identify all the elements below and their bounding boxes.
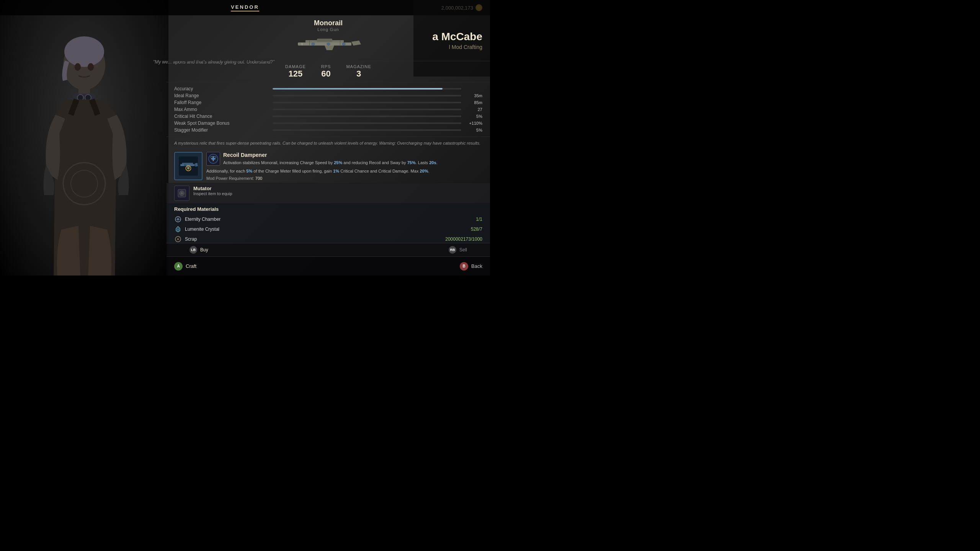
magazine-label: Magazine	[346, 64, 371, 69]
mod-highlight-6: 20%	[420, 169, 428, 173]
stat-ideal-range: Ideal Range 35m	[174, 92, 482, 99]
panel-scroll[interactable]: Monorail Long Gun	[167, 15, 490, 243]
max-ammo-bar	[273, 109, 461, 110]
ideal-range-bar	[273, 95, 461, 96]
accuracy-bar-fill	[273, 88, 443, 90]
falloff-range-value: 85m	[465, 100, 482, 105]
weak-spot-label: Weak Spot Damage Bonus	[174, 121, 269, 126]
svg-rect-18	[340, 41, 340, 46]
materials-title: Required Materials	[174, 206, 482, 212]
svg-rect-16	[302, 43, 302, 45]
buy-button-icon: LB	[189, 246, 197, 254]
svg-point-2	[75, 63, 81, 71]
weapon-thumb-image	[179, 155, 198, 176]
power-req-value: 700	[255, 176, 262, 181]
crit-chance-value: 5%	[465, 114, 482, 119]
svg-point-26	[187, 167, 190, 170]
stat-falloff-range: Falloff Range 85m	[174, 99, 482, 106]
weak-spot-bar	[273, 122, 461, 124]
buy-option[interactable]: LB Buy	[189, 246, 208, 254]
vendor-tab[interactable]: VENDOR	[231, 4, 259, 11]
max-ammo-label: Max Ammo	[174, 107, 269, 112]
item-type: Long Gun	[174, 27, 482, 32]
stat-crit-chance: Critical Hit Chance 5%	[174, 113, 482, 120]
main-stats: Damage 125 RPS 60 Magazine 3	[167, 61, 490, 82]
max-ammo-value: 27	[465, 107, 482, 112]
mod-icon	[206, 152, 220, 166]
lumenite-icon	[174, 225, 182, 233]
svg-point-28	[212, 157, 215, 160]
svg-point-33	[177, 218, 179, 220]
svg-point-3	[88, 63, 94, 71]
material-scrap: Scrap 2000002173/1000	[174, 234, 482, 243]
mod-entry: Recoil Dampener Activation stabilizes Mo…	[167, 150, 490, 183]
craft-a-button: A	[174, 262, 183, 271]
stagger-bar	[273, 129, 461, 131]
stagger-value: 5%	[465, 128, 482, 132]
weapon-thumb	[174, 152, 203, 180]
mod-highlight-3: 20s	[429, 160, 436, 165]
eternity-chamber-name: Eternity Chamber	[185, 217, 473, 222]
magazine-value: 3	[346, 69, 371, 79]
sell-label: Sell	[459, 247, 467, 253]
back-action[interactable]: B Back	[460, 262, 482, 271]
stat-weak-spot: Weak Spot Damage Bonus +110%	[174, 120, 482, 127]
svg-point-1	[64, 36, 104, 67]
material-eternity-chamber: Eternity Chamber 1/1	[174, 214, 482, 224]
mutator-section: Mutator Inspect item to equip	[167, 183, 490, 203]
weapon-thumb-inner	[179, 156, 198, 176]
mod-description-1: Activation stabilizes Monorail, increasi…	[223, 160, 438, 166]
damage-stat: Damage 125	[285, 64, 306, 79]
detail-stats: Accuracy Ideal Range 35m Falloff Range 8…	[167, 82, 490, 137]
character-silhouette	[17, 19, 151, 276]
scrap-name: Scrap	[185, 236, 442, 242]
back-b-button: B	[460, 262, 468, 271]
lumenite-icon-svg	[175, 226, 181, 233]
rps-value: 60	[321, 69, 331, 79]
mod-power-req: Mod Power Requirement: 700	[206, 176, 482, 181]
eternity-chamber-icon-svg	[175, 216, 181, 223]
svg-rect-15	[317, 39, 332, 42]
item-header: Monorail Long Gun	[167, 15, 490, 61]
ideal-range-value: 35m	[465, 93, 482, 98]
scrap-count: 2000002173/1000	[445, 236, 482, 242]
materials-section: Required Materials Eternity Chamber 1/1	[167, 203, 490, 243]
scrap-icon-svg	[175, 236, 181, 243]
magazine-stat: Magazine 3	[346, 64, 371, 79]
damage-value: 125	[285, 69, 306, 79]
svg-point-31	[181, 192, 183, 194]
buy-label: Buy	[200, 247, 208, 253]
svg-point-24	[184, 164, 186, 166]
ideal-range-label: Ideal Range	[174, 93, 269, 98]
sell-option[interactable]: RB Sell	[449, 246, 467, 254]
eternity-chamber-count: 1/1	[476, 217, 482, 222]
stat-max-ammo: Max Ammo 27	[174, 106, 482, 113]
rps-label: RPS	[321, 64, 331, 69]
svg-point-20	[327, 42, 330, 46]
accuracy-bar	[273, 88, 461, 90]
damage-label: Damage	[285, 64, 306, 69]
mod-details: Recoil Dampener Activation stabilizes Mo…	[206, 152, 482, 181]
material-lumenite: Lumenite Crystal 528/7	[174, 224, 482, 234]
craft-action[interactable]: A Craft	[174, 262, 196, 271]
svg-rect-23	[182, 163, 193, 165]
crit-chance-label: Critical Hit Chance	[174, 114, 269, 119]
mutator-icon	[174, 186, 189, 201]
svg-rect-17	[309, 41, 310, 46]
mod-highlight-2: 75%	[407, 160, 416, 165]
buy-sell-bar: LB Buy RB Sell	[167, 243, 490, 256]
svg-marker-35	[177, 228, 179, 231]
crit-chance-bar	[273, 116, 461, 117]
mutator-description: Inspect item to equip	[193, 191, 482, 196]
scrap-icon	[174, 235, 182, 243]
mod-description-2: Additionally, for each 5% of the Charge …	[206, 168, 482, 174]
rps-stat: RPS 60	[321, 64, 331, 79]
stagger-label: Stagger Modifier	[174, 127, 269, 133]
power-req-label: Mod Power Requirement:	[206, 176, 254, 181]
mod-highlight-5: 1%	[333, 169, 339, 173]
item-name: Monorail	[174, 19, 482, 27]
svg-point-19	[311, 42, 315, 46]
stat-accuracy: Accuracy	[174, 85, 482, 92]
falloff-range-bar	[273, 102, 461, 103]
mod-highlight-1: 25%	[334, 160, 342, 165]
